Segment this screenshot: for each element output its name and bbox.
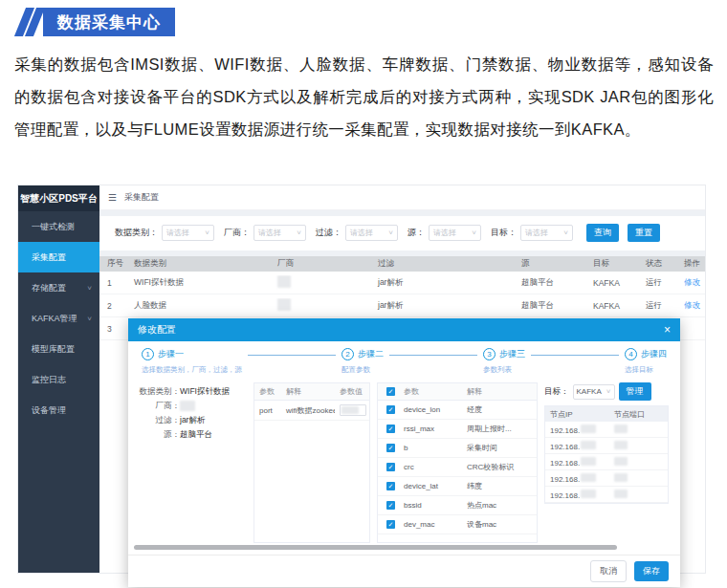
node-row: 192.168. — [545, 438, 668, 454]
chevron-down-icon: ˅ — [388, 229, 393, 237]
check-icon: ✓ — [386, 463, 395, 471]
sidebar-item-label: KAFKA管理 — [32, 313, 77, 325]
select-placeholder: 请选择 — [350, 228, 373, 238]
page-title: 数据采集中心 — [43, 8, 175, 36]
param-name: bssid — [399, 501, 462, 510]
col-seq: 序号 — [99, 258, 126, 270]
param-desc: 经度 — [462, 404, 531, 415]
row-checkbox[interactable]: ✓ — [378, 501, 399, 510]
param-desc: CRC校验标识 — [462, 462, 531, 472]
select-all-checkbox[interactable]: ✓ — [378, 387, 399, 396]
cell-data-type: WIFI探针数据 — [126, 277, 270, 289]
sidebar-item-collect-config[interactable]: 采集配置 — [18, 242, 99, 272]
reset-button[interactable]: 重置 — [628, 224, 660, 242]
node-ip: 192.168. — [545, 473, 610, 484]
modal-title: 修改配置 — [138, 323, 176, 337]
sidebar-item-label: 监控日志 — [32, 374, 66, 386]
summary-row: 厂商： — [136, 399, 247, 413]
node-ip: 192.168. — [545, 425, 610, 435]
checklist-header-row: ✓ 参数 解释 — [378, 383, 537, 401]
node-table: 节点IP 节点端口 192.168. 192.168. 192.168. — [544, 405, 669, 504]
step-2: 2 步骤二 配置参数 — [341, 348, 384, 375]
hamburger-icon[interactable]: ☰ — [108, 192, 117, 203]
close-icon[interactable]: × — [664, 324, 671, 336]
cell-source: 超脑平台 — [514, 300, 585, 312]
tab-collect-config[interactable]: 采集配置 — [124, 191, 159, 204]
row-checkbox[interactable]: ✓ — [378, 425, 399, 433]
edit-config-modal: 修改配置 × 1 步骤一 选择数据类别，厂商，过滤，源 2 步骤二 配置参数 — [128, 318, 680, 587]
manage-button[interactable]: 管理 — [619, 382, 651, 401]
step-number: 1 — [142, 348, 154, 360]
section-banner: 数据采集中心 — [14, 8, 175, 36]
sidebar-item-label: 模型库配置 — [32, 343, 75, 356]
horizontal-scrollbar[interactable] — [134, 545, 617, 550]
cell-filter: jar解析 — [370, 277, 514, 289]
node-port-redacted — [610, 490, 660, 500]
select-placeholder: 请选择 — [166, 228, 189, 238]
sidebar-item-label: 存储配置 — [32, 282, 66, 294]
row-checkbox[interactable]: ✓ — [378, 463, 399, 471]
col-target: 目标 — [585, 258, 638, 270]
sidebar-item-kafka-manage[interactable]: KAFKA管理 ˅ — [18, 303, 99, 334]
col-action: 操作 — [676, 258, 705, 270]
sidebar: 智慧小区PDS平台 一键式检测 采集配置 存储配置 ˅ KAFKA管理 ˅ 模型… — [18, 185, 99, 573]
save-button[interactable]: 保存 — [634, 561, 669, 581]
target-select[interactable]: 请选择 ˅ — [520, 225, 573, 241]
cell-target: KAFKA — [585, 278, 638, 288]
sidebar-item-model-config[interactable]: 模型库配置 — [18, 334, 99, 364]
col-node-ip: 节点IP — [545, 409, 610, 420]
target-kafka-select[interactable]: KAFKA ˅ — [573, 384, 615, 400]
sidebar-item-label: 采集配置 — [32, 251, 66, 264]
col-desc: 解释 — [462, 386, 531, 397]
step-label: 步骤四 — [641, 348, 667, 360]
col-source: 源 — [514, 258, 585, 270]
app-screenshot: 智慧小区PDS平台 一键式检测 采集配置 存储配置 ˅ KAFKA管理 ˅ 模型… — [17, 185, 706, 574]
summary-row: 源： 超脑平台 — [136, 427, 247, 442]
step-connector — [248, 355, 336, 356]
cell-status: 运行 — [638, 300, 676, 312]
vendor-select[interactable]: 请选择 ˅ — [253, 225, 306, 241]
source-select[interactable]: 请选择 ˅ — [429, 225, 481, 241]
modal-header: 修改配置 × — [128, 318, 680, 341]
modal-footer: 取消 保存 — [128, 555, 680, 587]
cell-source: 超脑平台 — [514, 277, 585, 289]
param-name: device_lon — [399, 405, 462, 414]
sidebar-item-device-manage[interactable]: 设备管理 — [18, 395, 99, 425]
filter-select[interactable]: 请选择 ˅ — [345, 225, 398, 241]
sidebar-item-one-click-detect[interactable]: 一键式检测 — [18, 211, 99, 242]
check-icon: ✓ — [386, 482, 395, 490]
chevron-down-icon: ˅ — [472, 229, 476, 237]
row-checkbox[interactable]: ✓ — [378, 520, 399, 529]
cell-seq: 3 — [99, 324, 126, 334]
cell-seq: 1 — [99, 278, 126, 288]
param-name: dev_mac — [399, 520, 462, 529]
cell-seq: 2 — [99, 301, 126, 311]
node-port-redacted — [610, 441, 660, 451]
summary-value-redacted — [180, 401, 195, 411]
check-icon: ✓ — [386, 387, 395, 396]
step-4: 4 步骤四 选择目标 — [625, 348, 667, 375]
checklist-row: ✓ device_lon 经度 — [378, 401, 537, 420]
search-button[interactable]: 查询 — [586, 224, 619, 242]
edit-link[interactable]: 修改 — [676, 277, 705, 289]
table-row: 1 WIFI探针数据 jar解析 超脑平台 KAFKA 运行 修改 — [99, 272, 705, 294]
steps-bar: 1 步骤一 选择数据类别，厂商，过滤，源 2 步骤二 配置参数 3 步骤三 参 — [128, 341, 680, 377]
select-placeholder: 请选择 — [258, 228, 281, 238]
cancel-button[interactable]: 取消 — [590, 560, 627, 582]
chevron-down-icon: ˅ — [87, 284, 92, 293]
param-desc: 设备mac — [462, 519, 531, 530]
col-node-port: 节点端口 — [610, 409, 660, 420]
row-checkbox[interactable]: ✓ — [378, 405, 399, 414]
col-data-type: 数据类别 — [126, 258, 270, 270]
edit-link[interactable]: 修改 — [676, 300, 705, 312]
step-number: 3 — [483, 348, 496, 360]
data-type-select[interactable]: 请选择 ˅ — [162, 225, 214, 241]
sidebar-item-storage-config[interactable]: 存储配置 ˅ — [18, 272, 99, 303]
params-panel: 参数 解释 参数值 port wifi数据zookee... — [253, 382, 370, 543]
filter-label-data-type: 数据类别： — [115, 227, 158, 239]
sidebar-item-monitor-log[interactable]: 监控日志 — [18, 364, 99, 395]
row-checkbox[interactable]: ✓ — [378, 444, 399, 452]
cell-status: 运行 — [638, 277, 676, 289]
param-value-field[interactable] — [335, 404, 367, 416]
row-checkbox[interactable]: ✓ — [378, 482, 399, 490]
